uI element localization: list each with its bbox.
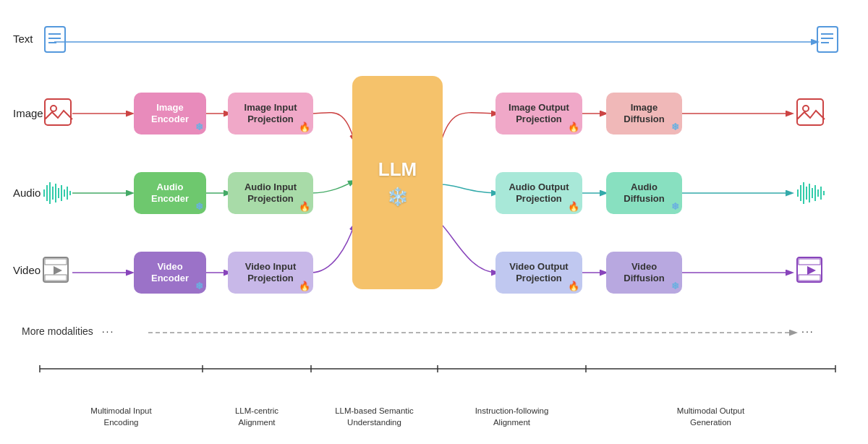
audio-encoder-snowflake: ❄	[195, 201, 203, 213]
image-diffusion-snowflake: ❄	[671, 121, 679, 133]
bracket-multimodal-input: Multimodal InputEncoding	[40, 405, 203, 428]
audio-input-proj-fire: 🔥	[299, 201, 310, 213]
image-output-proj-fire: 🔥	[568, 121, 579, 133]
audio-diffusion-box: AudioDiffusion ❄	[606, 172, 682, 214]
image-encoder-label: ImageEncoder	[151, 102, 189, 124]
image-output-proj-box: Image OutputProjection 🔥	[495, 93, 582, 135]
text-icon-right	[816, 25, 845, 56]
svg-rect-59	[45, 275, 67, 281]
video-output-proj-label: Video OutputProjection	[509, 261, 568, 283]
svg-point-30	[51, 106, 56, 111]
video-input-proj-fire: 🔥	[299, 281, 310, 292]
video-diffusion-box: VideoDiffusion ❄	[606, 252, 682, 294]
audio-label: Audio	[13, 187, 41, 199]
video-encoder-box: VideoEncoder ❄	[134, 252, 206, 294]
bracket-llm-alignment: LLM-centricAlignment	[203, 405, 311, 428]
video-label: Video	[13, 264, 41, 276]
video-output-proj-box: Video OutputProjection 🔥	[495, 252, 582, 294]
image-diffusion-box: ImageDiffusion ❄	[606, 93, 682, 135]
video-diffusion-label: VideoDiffusion	[624, 261, 664, 283]
audio-encoder-label: AudioEncoder	[151, 182, 189, 204]
image-icon-right	[796, 98, 826, 128]
video-encoder-snowflake: ❄	[195, 281, 203, 292]
llm-box: LLM ❄️	[352, 76, 443, 289]
video-output-proj-fire: 🔥	[568, 281, 579, 292]
image-label: Image	[13, 107, 43, 119]
svg-marker-60	[54, 266, 62, 275]
image-diffusion-label: ImageDiffusion	[624, 102, 664, 124]
image-output-proj-label: Image OutputProjection	[509, 102, 569, 124]
image-encoder-snowflake: ❄	[195, 121, 203, 133]
audio-icon-right	[793, 179, 828, 210]
svg-rect-63	[799, 275, 820, 281]
svg-rect-62	[799, 259, 820, 265]
video-input-proj-label: Video InputProjection	[245, 261, 297, 283]
video-input-proj-box: Video InputProjection 🔥	[228, 252, 313, 294]
bracket-multimodal-output: Multimodal OutputGeneration	[586, 405, 835, 428]
llm-label: LLM	[378, 158, 417, 181]
image-icon-left	[43, 98, 74, 128]
audio-diffusion-label: AudioDiffusion	[624, 182, 664, 204]
audio-output-proj-label: Audio OutputProjection	[509, 182, 569, 204]
svg-point-32	[803, 106, 809, 111]
more-modalities-right-dots: ···	[801, 325, 814, 337]
svg-rect-31	[797, 99, 823, 125]
svg-rect-29	[45, 99, 71, 125]
video-icon-left	[42, 255, 72, 285]
svg-rect-25	[817, 27, 838, 52]
diagram-container: Text Image Audio Video	[0, 0, 868, 444]
audio-input-proj-label: Audio InputProjection	[244, 182, 297, 204]
image-input-proj-label: Image InputProjection	[244, 102, 297, 124]
image-input-proj-fire: 🔥	[299, 121, 310, 133]
audio-encoder-box: AudioEncoder ❄	[134, 172, 206, 214]
text-label: Text	[13, 33, 33, 45]
svg-rect-58	[45, 259, 67, 265]
image-encoder-box: ImageEncoder ❄	[134, 93, 206, 135]
svg-rect-21	[45, 27, 65, 52]
svg-marker-64	[807, 266, 816, 275]
video-diffusion-snowflake: ❄	[671, 281, 679, 292]
video-icon-right	[796, 255, 826, 285]
more-modalities-label: More modalities ···	[22, 325, 114, 337]
text-icon-left	[43, 25, 72, 56]
audio-output-proj-fire: 🔥	[568, 201, 579, 213]
image-input-proj-box: Image InputProjection 🔥	[228, 93, 313, 135]
bracket-instruction-following: Instruction-followingAlignment	[438, 405, 586, 428]
audio-output-proj-box: Audio OutputProjection 🔥	[495, 172, 582, 214]
llm-snowflake: ❄️	[387, 187, 409, 207]
audio-input-proj-box: Audio InputProjection 🔥	[228, 172, 313, 214]
audio-diffusion-snowflake: ❄	[671, 201, 679, 213]
audio-icon-left	[40, 179, 75, 210]
video-encoder-label: VideoEncoder	[151, 261, 189, 283]
bracket-llm-semantic: LLM-based SemanticUnderstanding	[311, 405, 438, 428]
